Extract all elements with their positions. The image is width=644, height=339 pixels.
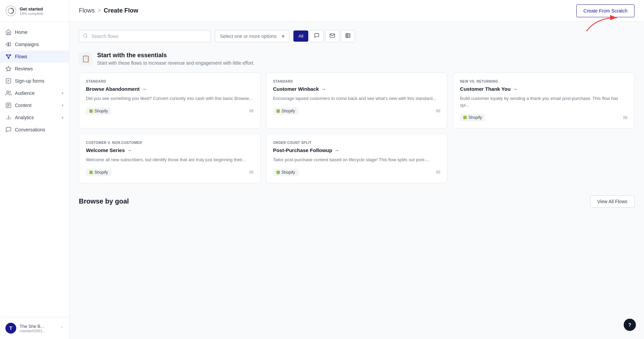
chevron-up-icon[interactable]: ⌃ <box>60 326 64 331</box>
browse-title: Browse by goal <box>79 197 129 205</box>
sidebar-item-campaigns[interactable]: Campaigns <box>0 38 69 50</box>
card-desc: Tailor post-purchase content based on li… <box>273 156 441 163</box>
section-subtitle: Start with these flows to increase reven… <box>97 60 254 66</box>
sidebar-footer: T The She B... roanlanh2001... ⌃ <box>0 317 69 339</box>
chevron-down-icon: ▾ <box>62 91 64 96</box>
svg-point-5 <box>8 58 9 59</box>
email-icon: ✉ <box>623 114 627 121</box>
page-content: Select one or more options ▾ All 📋 Sta <box>69 22 644 339</box>
sidebar: Get started 14% complete Home Campaigns … <box>0 0 69 339</box>
card-title: Browse Abandonment → <box>86 86 253 92</box>
sidebar-nav: Home Campaigns Flows Reviews <box>0 22 69 317</box>
help-button[interactable]: ? <box>624 319 636 331</box>
shopify-dot-icon <box>276 171 280 174</box>
card-footer: Shopify ✉ <box>273 107 441 115</box>
chevron-down-icon: ▾ <box>62 103 64 108</box>
flow-card-welcome-series[interactable]: CUSTOMER V. NON-CUSTOMER Welcome Series … <box>79 134 261 183</box>
breadcrumb-separator: > <box>97 7 101 14</box>
breadcrumb-flows-link[interactable]: Flows <box>79 7 95 14</box>
email-icon: ✉ <box>249 169 253 175</box>
campaigns-icon <box>5 41 12 47</box>
analytics-icon <box>5 114 12 121</box>
filter-dropdown[interactable]: Select one or more options ▾ <box>215 30 289 42</box>
home-icon <box>5 29 12 35</box>
sidebar-header: Get started 14% complete <box>0 0 69 22</box>
flows-icon <box>5 54 12 60</box>
arrow-icon: → <box>142 86 147 92</box>
svg-point-3 <box>6 55 7 56</box>
signup-forms-icon <box>5 78 12 84</box>
card-tag: NEW VS. RETURNING <box>460 80 627 83</box>
card-desc: Did you see something you liked? Convert… <box>86 95 253 102</box>
flow-card-post-purchase[interactable]: ORDER COUNT SPLIT Post-Purchase Followup… <box>266 134 448 183</box>
filter-tab-email[interactable] <box>325 30 339 42</box>
search-icon <box>83 33 88 39</box>
card-footer: Shopify ✉ <box>86 107 253 115</box>
sidebar-item-flows[interactable]: Flows <box>0 50 69 63</box>
sidebar-item-label: Reviews <box>15 66 33 71</box>
flow-card-customer-winback[interactable]: STANDARD Customer Winback → Encourage la… <box>266 72 448 128</box>
page-header: Flows > Create Flow Create From Scratch <box>69 0 644 22</box>
sidebar-item-conversations[interactable]: Conversations <box>0 124 69 136</box>
shopify-dot-icon <box>89 109 93 113</box>
flow-cards-grid: STANDARD Browse Abandonment → Did you se… <box>79 72 635 183</box>
create-from-scratch-button[interactable]: Create From Scratch <box>576 4 635 17</box>
shopify-badge: Shopify <box>273 169 298 176</box>
card-desc: Encourage lapsed customers to come back … <box>273 95 441 102</box>
filter-tab-all[interactable]: All <box>293 30 308 42</box>
breadcrumb: Flows > Create Flow <box>79 7 138 14</box>
card-title: Customer Winback → <box>273 86 441 92</box>
email-icon: ✉ <box>249 108 253 114</box>
flow-card-browse-abandonment[interactable]: STANDARD Browse Abandonment → Did you se… <box>79 72 261 128</box>
conversations-icon <box>5 127 12 133</box>
content-icon <box>5 102 12 108</box>
sidebar-item-audience[interactable]: Audience ▾ <box>0 87 69 99</box>
svg-rect-24 <box>346 34 350 38</box>
sidebar-item-analytics[interactable]: Analytics ▾ <box>0 111 69 124</box>
arrow-icon: → <box>321 86 326 92</box>
shopify-dot-icon <box>276 109 280 113</box>
search-input[interactable] <box>79 30 211 42</box>
sidebar-item-reviews[interactable]: Reviews <box>0 63 69 75</box>
flow-card-customer-thank-you[interactable]: NEW VS. RETURNING Customer Thank You → B… <box>453 72 635 128</box>
search-input-wrap <box>79 30 211 42</box>
user-name: The She B... <box>20 324 45 329</box>
view-all-flows-button[interactable]: View All Flows <box>590 195 635 208</box>
svg-rect-2 <box>9 43 11 46</box>
filter-tab-sms[interactable] <box>310 30 324 42</box>
card-title: Welcome Series → <box>86 147 253 153</box>
user-email: roanlanh2001... <box>20 329 45 333</box>
card-title: Post-Purchase Followup → <box>273 147 441 153</box>
sidebar-item-label: Campaigns <box>15 42 39 47</box>
chevron-down-icon: ▾ <box>282 34 284 39</box>
filter-tabs: All <box>293 30 355 42</box>
sidebar-item-label: Sign-up forms <box>15 78 44 84</box>
card-desc: Welcome all new subscribers, but identif… <box>86 156 253 163</box>
svg-line-23 <box>86 37 87 38</box>
breadcrumb-create-flow: Create Flow <box>104 7 138 14</box>
card-tag: STANDARD <box>86 80 253 83</box>
filter-tab-multichannel[interactable] <box>341 30 355 42</box>
arrow-icon: → <box>334 147 339 153</box>
sidebar-item-label: Audience <box>15 90 35 96</box>
shopify-dot-icon <box>463 116 467 119</box>
svg-line-7 <box>7 56 8 58</box>
arrow-icon: → <box>513 86 518 92</box>
card-tag: ORDER COUNT SPLIT <box>273 141 441 145</box>
sidebar-item-label: Content <box>15 103 31 108</box>
sidebar-item-signup-forms[interactable]: Sign-up forms <box>0 75 69 87</box>
svg-point-13 <box>7 91 9 93</box>
get-started-label: Get started <box>20 6 43 12</box>
card-tag: CUSTOMER V. NON-CUSTOMER <box>86 141 253 145</box>
section-title: Start with the essentials <box>97 52 254 59</box>
card-desc: Build customer loyalty by sending a than… <box>460 95 627 108</box>
sidebar-item-label: Conversations <box>15 127 45 132</box>
sidebar-item-home[interactable]: Home <box>0 26 69 38</box>
shopify-badge: Shopify <box>86 107 111 115</box>
sidebar-item-content[interactable]: Content ▾ <box>0 99 69 111</box>
card-tag: STANDARD <box>273 80 441 83</box>
svg-marker-9 <box>6 66 11 71</box>
sidebar-item-label: Home <box>15 29 27 35</box>
filters-bar: Select one or more options ▾ All <box>79 30 635 42</box>
sidebar-item-label: Analytics <box>15 115 34 120</box>
